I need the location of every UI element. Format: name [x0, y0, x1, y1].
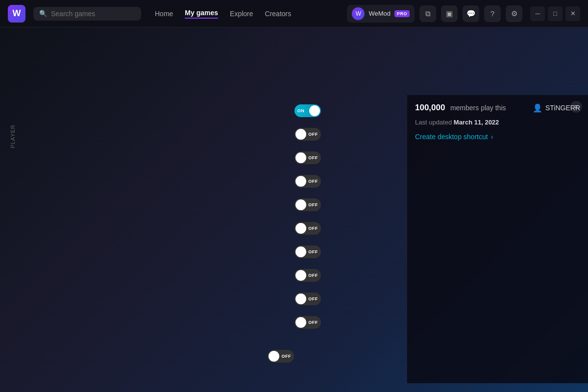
- key-numpad4-no-thirst[interactable]: NUMPAD 4: [360, 175, 399, 188]
- sidebar-item-world[interactable]: ✕: [4, 206, 22, 224]
- help-icon-btn[interactable]: ?: [484, 5, 501, 22]
- toggle-knob-unlimited-health: [309, 105, 320, 116]
- key-numpad2-unlimited-stamina[interactable]: NUMPAD 2: [360, 128, 399, 141]
- toggle-label-unlimited-legacy: OFF: [281, 354, 291, 359]
- tab-info[interactable]: Info: [516, 75, 541, 94]
- copy-icon-btn[interactable]: ⧉: [419, 5, 436, 22]
- favorite-icon[interactable]: ☆: [250, 51, 259, 63]
- toggle-unlimited-health[interactable]: ON: [294, 104, 321, 117]
- toggle-unlimited-legacy[interactable]: OFF: [268, 350, 294, 363]
- toggle-knob-unlimited-dopamine: [295, 223, 306, 234]
- key-numpad1-unlimited-legacy[interactable]: NUMPAD 1: [360, 350, 399, 363]
- game-title: Ancestors The Humankind Odyssey: [10, 49, 245, 65]
- key-numpad9-unlimited-neural[interactable]: NUMPAD 9: [360, 293, 399, 305]
- body-layout: 👤 Player 📊 ✕ ⚡ Unlimited Health ON Toggl…: [0, 95, 588, 383]
- cheat-row-no-thirst: ⚡ No Thirst OFF Toggle NUMPAD 4: [25, 170, 407, 193]
- toggle-no-fatigue[interactable]: OFF: [294, 198, 321, 211]
- sidebar-divider-3: [7, 234, 19, 234]
- key-toggle-unlimited-dopamine[interactable]: Toggle: [326, 222, 358, 235]
- settings-icon-btn[interactable]: ⚙: [506, 5, 522, 22]
- sidebar: 👤 Player 📊 ✕: [0, 95, 25, 383]
- cheat-name-no-thirst: No Thirst: [46, 177, 290, 185]
- toggle-knob-unlimited-neural: [295, 294, 306, 304]
- tab-history[interactable]: History: [543, 75, 578, 94]
- key-numpad7-fast-heal[interactable]: NUMPAD 7: [360, 245, 399, 258]
- cheat-row-unlimited-stamina: ⚡ Unlimited Stamina OFF Toggle NUMPAD 2: [25, 122, 407, 146]
- app-logo[interactable]: W: [8, 5, 25, 23]
- bolt-icon-no-thirst: ⚡: [33, 177, 41, 185]
- bolt-icon-easy-change-gen: ⚡: [33, 318, 41, 326]
- bolt-icon-fast-heal: ⚡: [33, 248, 41, 255]
- nav-explore[interactable]: Explore: [230, 10, 253, 18]
- toggle-no-poisoning[interactable]: OFF: [294, 269, 321, 282]
- nav-my-games[interactable]: My games: [185, 9, 218, 19]
- bolt-icon: ⚡: [444, 53, 452, 61]
- toggle-no-hunger[interactable]: OFF: [294, 151, 321, 164]
- key-toggle-unlimited-neural[interactable]: Toggle: [326, 293, 358, 305]
- key-toggle-no-fatigue[interactable]: Toggle: [326, 198, 358, 211]
- minimize-button[interactable]: ─: [530, 6, 545, 21]
- key-numpad6-unlimited-dopamine[interactable]: NUMPAD 6: [360, 222, 399, 235]
- platform-tab-steam[interactable]: ♨ Steam: [10, 75, 58, 95]
- close-button[interactable]: ✕: [565, 6, 580, 21]
- sidebar-item-stats[interactable]: 📊: [4, 169, 22, 186]
- toggle-unlimited-dopamine[interactable]: OFF: [294, 222, 321, 235]
- toggle-no-thirst[interactable]: OFF: [294, 175, 321, 188]
- key-toggle-no-thirst[interactable]: Toggle: [326, 175, 358, 188]
- user-badge[interactable]: W WeMod PRO: [347, 5, 415, 23]
- toggle-label-unlimited-dopamine: OFF: [308, 226, 318, 231]
- steam-label: Steam: [30, 80, 50, 88]
- create-desktop-shortcut-link[interactable]: Create desktop shortcut ›: [415, 133, 580, 141]
- members-count-text: 100,000 members play this: [415, 103, 506, 113]
- cheat-row-easy-change-gen: ⚡ Easy Change Generation OFF Toggle NUMP…: [25, 311, 407, 334]
- search-input[interactable]: [51, 10, 135, 18]
- toggle-knob-fast-heal: [295, 246, 306, 257]
- keybind-easy-change-gen: Toggle NUMPAD 0: [326, 316, 399, 329]
- sidebar-item-player[interactable]: 👤: [4, 103, 22, 121]
- breadcrumb-root[interactable]: My games: [10, 33, 39, 41]
- last-updated-date: March 11, 2022: [454, 119, 499, 126]
- toggle-unlimited-stamina[interactable]: OFF: [294, 128, 321, 141]
- last-updated-label: Last updated: [415, 119, 452, 126]
- shortcut-arrow-icon: ›: [491, 133, 493, 141]
- discord-icon-btn[interactable]: 💬: [463, 5, 479, 22]
- sidebar-divider-2: [7, 196, 19, 196]
- maximize-button[interactable]: □: [548, 6, 563, 21]
- key-toggle-unlimited-stamina[interactable]: Toggle: [326, 128, 358, 141]
- info-updated: Last updated March 11, 2022: [415, 119, 580, 126]
- keybind-no-poisoning: Toggle NUMPAD 8: [326, 269, 399, 282]
- key-toggle-fast-heal[interactable]: Toggle: [326, 245, 358, 258]
- key-toggle-easy-change-gen[interactable]: Toggle: [326, 316, 358, 329]
- key-toggle-no-hunger[interactable]: Toggle: [326, 151, 358, 164]
- toggle-unlimited-neural[interactable]: OFF: [294, 293, 321, 305]
- cheat-row-always-daytime: ⚡ Always Daytime OFF Toggle CTRL NUMPAD …: [25, 378, 407, 383]
- key-numpad5-no-fatigue[interactable]: NUMPAD 5: [360, 198, 399, 211]
- search-bar[interactable]: 🔍: [33, 7, 141, 21]
- navbar: W 🔍 Home My games Explore Creators W WeM…: [0, 0, 588, 27]
- chat-icon[interactable]: 💬: [497, 79, 508, 90]
- info-members-row: 100,000 members play this 👤 STiNGERR: [415, 103, 580, 113]
- key-numpad3-no-hunger[interactable]: NUMPAD 3: [360, 151, 399, 164]
- key-ctrl-unlimited-legacy[interactable]: CTRL: [333, 350, 358, 363]
- key-numpad8-no-poisoning[interactable]: NUMPAD 8: [360, 269, 399, 282]
- window-icon-btn[interactable]: ▣: [441, 5, 458, 22]
- nav-home[interactable]: Home: [155, 10, 173, 18]
- play-button[interactable]: W Play ▾: [523, 47, 578, 67]
- toggle-label-no-hunger: OFF: [308, 155, 318, 160]
- cheat-name-easy-change-gen: Easy Change Generation: [46, 318, 290, 326]
- key-toggle-no-poisoning[interactable]: Toggle: [326, 269, 358, 282]
- save-cheats-button[interactable]: ⚡ Save cheats 1: [435, 47, 517, 67]
- toggle-easy-change-gen[interactable]: OFF: [294, 316, 321, 329]
- toggle-fast-heal[interactable]: OFF: [294, 245, 321, 258]
- bolt-icon-unlimited-health: ⚡: [33, 107, 41, 114]
- key-numpad0-easy-change-gen[interactable]: NUMPAD 0: [360, 316, 399, 329]
- avatar: W: [352, 7, 365, 20]
- cheat-row-no-hunger: ⚡ No Hunger OFF Toggle NUMPAD 3: [25, 146, 407, 170]
- platform-tab-epic[interactable]: ε Epic: [60, 75, 101, 95]
- nav-creators[interactable]: Creators: [265, 10, 292, 18]
- key-toggle-unlimited-legacy[interactable]: Toggle: [299, 350, 331, 363]
- sidebar-item-misc[interactable]: [12, 246, 14, 295]
- key-toggle-unlimited-health[interactable]: Toggle: [326, 104, 358, 117]
- info-close-button[interactable]: ✕: [570, 101, 582, 113]
- key-numpad1-unlimited-health[interactable]: NUMPAD 1: [360, 104, 399, 117]
